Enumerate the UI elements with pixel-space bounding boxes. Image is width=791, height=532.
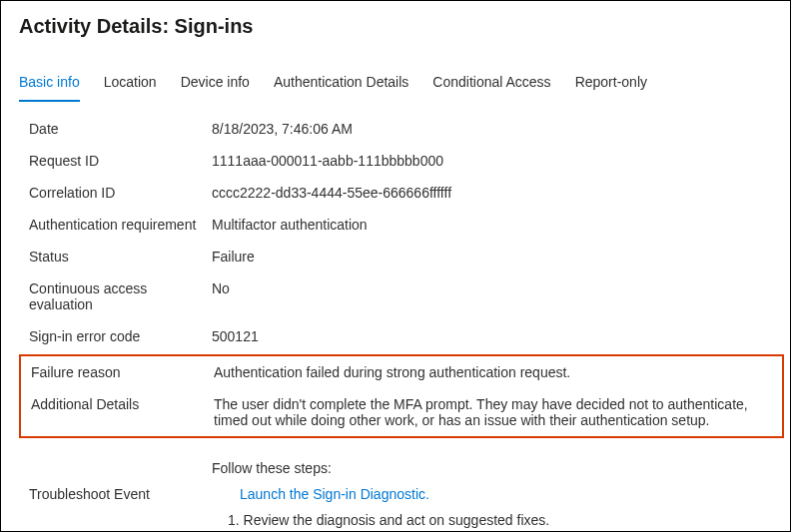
- tab-conditional-access[interactable]: Conditional Access: [432, 68, 550, 102]
- value-date: 8/18/2023, 7:46:06 AM: [212, 121, 772, 137]
- row-correlation-id: Correlation ID cccc2222-dd33-4444-55ee-6…: [29, 177, 772, 209]
- value-auth-requirement: Multifactor authentication: [212, 217, 772, 233]
- value-additional-details: The user didn't complete the MFA prompt.…: [214, 396, 782, 428]
- tab-device-info[interactable]: Device info: [181, 68, 250, 102]
- highlighted-failure-box: Failure reason Authentication failed dur…: [19, 354, 784, 438]
- label-status: Status: [29, 249, 212, 265]
- row-failure-reason: Failure reason Authentication failed dur…: [31, 356, 782, 388]
- label-additional-details: Additional Details: [31, 396, 214, 412]
- tab-basic-info[interactable]: Basic info: [19, 68, 80, 102]
- row-auth-requirement: Authentication requirement Multifactor a…: [29, 209, 772, 241]
- tab-location[interactable]: Location: [104, 68, 157, 102]
- page-header: Activity Details: Sign-ins: [1, 1, 790, 44]
- troubleshoot-section: Troubleshoot Event Follow these steps: L…: [1, 442, 790, 532]
- page-title: Activity Details: Sign-ins: [19, 15, 772, 38]
- label-troubleshoot: Troubleshoot Event: [29, 486, 212, 502]
- value-failure-reason: Authentication failed during strong auth…: [214, 364, 782, 380]
- row-troubleshoot: Troubleshoot Event Follow these steps: L…: [29, 452, 772, 532]
- value-request-id: 1111aaa-000011-aabb-111bbbbb000: [212, 153, 772, 169]
- label-request-id: Request ID: [29, 153, 212, 169]
- label-correlation-id: Correlation ID: [29, 185, 212, 201]
- troubleshoot-content: Follow these steps: Launch the Sign-in D…: [212, 460, 772, 528]
- label-failure-reason: Failure reason: [31, 364, 214, 380]
- value-correlation-id: cccc2222-dd33-4444-55ee-666666ffffff: [212, 185, 772, 201]
- details-panel: Date 8/18/2023, 7:46:06 AM Request ID 11…: [1, 103, 790, 352]
- value-status: Failure: [212, 249, 772, 265]
- tab-authentication-details[interactable]: Authentication Details: [274, 68, 408, 102]
- label-auth-requirement: Authentication requirement: [29, 217, 212, 233]
- row-date: Date 8/18/2023, 7:46:06 AM: [29, 113, 772, 145]
- row-request-id: Request ID 1111aaa-000011-aabb-111bbbbb0…: [29, 145, 772, 177]
- label-cae: Continuous access evaluation: [29, 280, 212, 312]
- row-status: Status Failure: [29, 241, 772, 272]
- troubleshoot-step-1: 1. Review the diagnosis and act on sugge…: [228, 512, 772, 528]
- row-cae: Continuous access evaluation No: [29, 272, 772, 320]
- launch-diagnostic-link[interactable]: Launch the Sign-in Diagnostic.: [240, 486, 772, 502]
- troubleshoot-follow-text: Follow these steps:: [212, 460, 772, 476]
- tab-report-only[interactable]: Report-only: [575, 68, 647, 102]
- value-error-code: 500121: [212, 328, 772, 344]
- label-date: Date: [29, 121, 212, 137]
- row-error-code: Sign-in error code 500121: [29, 320, 772, 352]
- value-cae: No: [212, 280, 772, 296]
- row-additional-details: Additional Details The user didn't compl…: [31, 388, 782, 436]
- label-error-code: Sign-in error code: [29, 328, 212, 344]
- tab-bar: Basic info Location Device info Authenti…: [1, 68, 790, 103]
